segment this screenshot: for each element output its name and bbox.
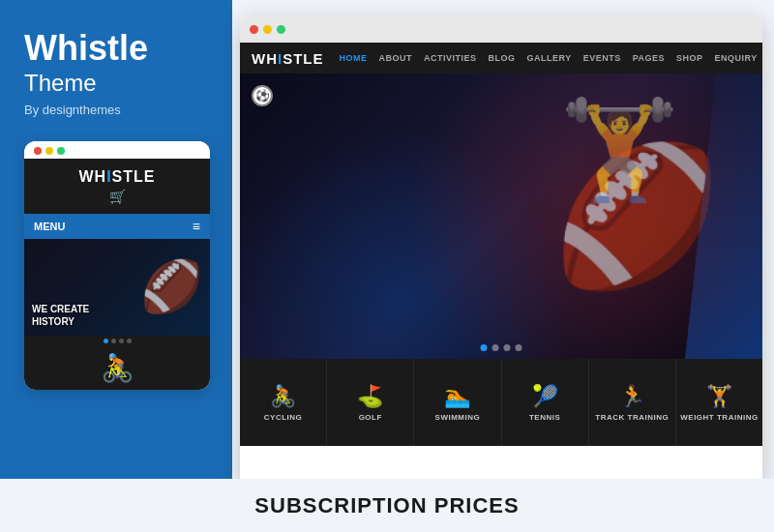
activity-cycling[interactable]: 🚴 CYCLING bbox=[240, 359, 327, 446]
subscription-title: SUBSCRIPTION PRICES bbox=[254, 493, 519, 518]
dot-yellow bbox=[45, 147, 53, 155]
left-panel: Whistle Theme By designthemes WHISTLE 🛒 … bbox=[0, 0, 232, 532]
nav-link-gallery[interactable]: GALLERY bbox=[527, 53, 572, 63]
mobile-nav-bar: WHISTLE 🛒 bbox=[24, 159, 210, 214]
mobile-slider-dots bbox=[24, 336, 210, 346]
bottom-section: SUBSCRIPTION PRICES bbox=[0, 479, 774, 532]
nav-link-pages[interactable]: PAGES bbox=[633, 53, 665, 63]
browser-navbar: WHISTLE HOME ABOUT ACTIVITIES BLOG GALLE… bbox=[240, 43, 762, 74]
hero-slider-dots bbox=[481, 344, 522, 351]
mobile-cycling-icon: 🚴 bbox=[101, 352, 134, 384]
weight-icon: 🏋 bbox=[706, 384, 732, 409]
browser-dot-green bbox=[277, 25, 285, 34]
activity-weight[interactable]: 🏋 WEIGHT TRAINING bbox=[676, 359, 762, 446]
brand-title: Whistle bbox=[24, 29, 148, 68]
browser-hero: ⚽ 🏈 🏋️ bbox=[240, 74, 762, 359]
activity-tennis[interactable]: 🎾 TENNIS bbox=[502, 359, 589, 446]
nav-link-about[interactable]: ABOUT bbox=[379, 53, 413, 63]
mobile-hero: WE CREATE HISTORY 🏈 bbox=[24, 239, 210, 336]
brand-by: By designthemes bbox=[24, 103, 121, 117]
dot-red bbox=[34, 147, 42, 155]
swimming-icon: 🏊 bbox=[444, 384, 470, 409]
browser-chrome bbox=[240, 15, 762, 43]
nav-link-blog[interactable]: BLOG bbox=[489, 53, 516, 63]
golf-icon: ⛳ bbox=[357, 384, 383, 409]
dot-green bbox=[57, 147, 65, 155]
tennis-label: TENNIS bbox=[529, 413, 560, 422]
nav-link-shop[interactable]: SHOP bbox=[676, 53, 703, 63]
activity-swimming[interactable]: 🏊 SWIMMING bbox=[414, 359, 501, 446]
swimming-label: SWIMMING bbox=[435, 413, 481, 422]
golf-label: GOLF bbox=[359, 413, 382, 422]
nav-link-activities[interactable]: ACTIVITIES bbox=[424, 53, 477, 63]
mobile-mockup: WHISTLE 🛒 MENU ≡ WE CREATE HISTORY 🏈 🚴 bbox=[24, 141, 210, 390]
tennis-icon: 🎾 bbox=[532, 384, 558, 409]
browser-nav-links: HOME ABOUT ACTIVITIES BLOG GALLERY EVENT… bbox=[340, 53, 758, 63]
browser-mockup: WHISTLE HOME ABOUT ACTIVITIES BLOG GALLE… bbox=[240, 15, 762, 489]
activity-golf[interactable]: ⛳ GOLF bbox=[327, 359, 414, 446]
mobile-hero-text: WE CREATE HISTORY bbox=[32, 303, 89, 328]
activities-bar: 🚴 CYCLING ⛳ GOLF 🏊 SWIMMING 🎾 TENNIS 🏃 T… bbox=[240, 359, 762, 446]
mobile-cart-icon[interactable]: 🛒 bbox=[24, 189, 210, 204]
mobile-top-bar bbox=[24, 141, 210, 159]
mobile-menu-label: MENU bbox=[34, 221, 65, 232]
hamburger-icon[interactable]: ≡ bbox=[193, 219, 200, 234]
cycling-icon: 🚴 bbox=[270, 384, 296, 409]
mobile-bottom-icon: 🚴 bbox=[24, 346, 210, 390]
track-label: TRACK TRAINING bbox=[595, 413, 669, 422]
mobile-menu-bar: MENU ≡ bbox=[24, 214, 210, 239]
weight-label: WEIGHT TRAINING bbox=[680, 413, 758, 422]
brand-subtitle: Theme bbox=[24, 70, 97, 97]
browser-logo: WHISTLE bbox=[252, 50, 324, 67]
cycling-label: CYCLING bbox=[264, 413, 303, 422]
browser-dot-yellow bbox=[263, 25, 272, 34]
hero-soccer-ball-icon: ⚽ bbox=[252, 85, 273, 106]
mobile-logo: WHISTLE bbox=[24, 168, 210, 186]
nav-link-home[interactable]: HOME bbox=[340, 53, 368, 63]
activity-track[interactable]: 🏃 TRACK TRAINING bbox=[589, 359, 676, 446]
nav-link-enquiry[interactable]: ENQUIRY bbox=[715, 53, 758, 63]
browser-dot-red bbox=[250, 25, 258, 34]
mobile-hero-player: 🏈 bbox=[142, 239, 200, 336]
nav-link-events[interactable]: EVENTS bbox=[583, 53, 621, 63]
track-icon: 🏃 bbox=[619, 384, 645, 409]
